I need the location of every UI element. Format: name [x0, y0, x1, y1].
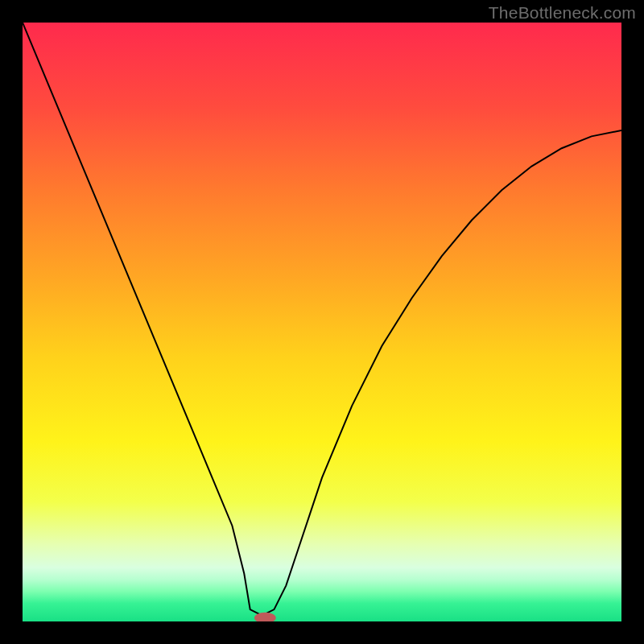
watermark-text: TheBottleneck.com [489, 3, 636, 23]
gradient-rect [23, 23, 621, 621]
plot-area [23, 23, 621, 621]
chart-svg [23, 23, 621, 621]
chart-frame: TheBottleneck.com [0, 0, 644, 644]
